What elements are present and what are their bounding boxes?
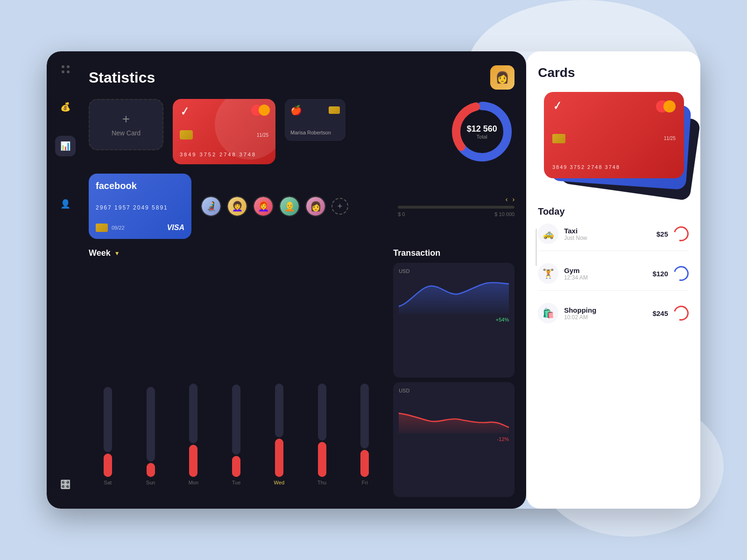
divider	[536, 229, 537, 266]
bar-red-wed	[275, 439, 283, 477]
facebook-credit-card[interactable]: facebook 2967 1957 2049 5891 09/22 VISA	[89, 174, 191, 239]
progress-bar	[398, 206, 514, 209]
right-panel: Cards VISA ✓	[526, 51, 700, 509]
user-avatar-3[interactable]: 👩‍🦰	[253, 196, 274, 217]
nike-logo: ✓	[178, 105, 190, 119]
bar-label-sat: Sat	[104, 480, 112, 485]
user-avatar-2[interactable]: 👩‍🦱	[227, 196, 247, 217]
week-chart-title: Week	[89, 248, 111, 258]
new-card-button[interactable]: + New Card	[89, 99, 163, 150]
add-user-button[interactable]: +	[331, 198, 348, 215]
user-avatar-5[interactable]: 👩	[305, 196, 326, 217]
today-section: Today 🚕 Taxi Just Now $25	[538, 206, 689, 330]
bar-label-fri: Fri	[362, 480, 368, 485]
apple-logo: 🍎	[290, 105, 302, 116]
bar-sun: Sun	[132, 384, 170, 485]
bar-label-thu: Thu	[317, 480, 326, 485]
users-section: 👨‍🦼 👩‍🦱 👩‍🦰 🧑‍🦲 👩	[201, 196, 514, 217]
sidebar: 💰 📊 👤 🎛️	[47, 51, 84, 509]
taxi-icon-wrap: 🚕	[538, 224, 558, 244]
shopping-time: 10:02 AM	[564, 314, 647, 321]
taxi-info: Taxi Just Now	[564, 227, 651, 241]
user-avatar-4[interactable]: 🧑‍🦲	[279, 196, 300, 217]
bar-chart: Sat Sun	[89, 263, 384, 497]
apple-card-owner: Marisa Robertson	[290, 130, 340, 135]
red-card-content: ✓ 11/25 3849 3752 2748 3748	[552, 100, 676, 170]
taxi-icon: 🚕	[543, 228, 554, 239]
transaction-chart-title: Transaction	[393, 248, 440, 258]
shopping-ring-icon	[671, 303, 691, 323]
avatar[interactable]: 👩	[490, 65, 514, 90]
range-amounts: $ 0 $ 10 000	[398, 211, 514, 217]
bar-mon: Mon	[174, 384, 212, 485]
sidebar-icon-stats[interactable]: 📊	[55, 136, 76, 156]
apple-card-chip	[329, 106, 340, 114]
transaction-taxi: 🚕 Taxi Just Now $25	[538, 217, 689, 251]
bar-red-thu	[318, 442, 326, 477]
donut-amount: $12 560	[467, 124, 497, 134]
bar-red-tue	[232, 456, 240, 477]
gym-time: 12:34 AM	[564, 274, 647, 281]
shopping-name: Shopping	[564, 306, 647, 314]
gym-name: Gym	[564, 266, 647, 274]
bar-label-tue: Tue	[232, 480, 241, 485]
fb-bottom: 09/22 VISA	[96, 224, 184, 232]
range-next-icon[interactable]: ›	[513, 196, 515, 203]
transaction-chart-box-2: USD -12%	[393, 382, 514, 497]
today-label: Today	[538, 206, 689, 217]
page-title: Statistics	[89, 69, 155, 86]
bar-gray-fri	[360, 384, 369, 448]
bar-red-mon	[189, 445, 197, 477]
cards-row: + New Card ✓ 11/25	[89, 99, 514, 164]
bar-gray-thu	[318, 384, 326, 441]
stacked-card-red[interactable]: ✓ 11/25 3849 3752 2748 3748	[544, 92, 684, 178]
fb-expiry: 09/22	[112, 225, 125, 231]
user-avatar-1[interactable]: 👨‍🦼	[201, 196, 221, 217]
nike-credit-card[interactable]: ✓ 11/25 3849 3752 2748 3748	[173, 99, 275, 164]
range-prev-icon[interactable]: ‹	[506, 196, 508, 203]
transaction-chart: Transaction USD	[393, 248, 514, 497]
taxi-time: Just Now	[564, 235, 651, 241]
donut-chart: $12 560 Total	[449, 99, 514, 164]
bar-red-fri	[360, 450, 369, 477]
gym-info: Gym 12:34 AM	[564, 266, 647, 281]
red-card-number: 3849 3752 2748 3748	[552, 164, 676, 170]
shopping-info: Shopping 10:02 AM	[564, 306, 647, 321]
chip-icon	[180, 130, 193, 140]
range-end: $ 10 000	[494, 211, 514, 217]
fb-visa-logo: VISA	[167, 224, 184, 232]
sidebar-icon-wallet[interactable]: 💰	[55, 97, 76, 117]
transaction-pct-1: +54%	[399, 317, 509, 322]
taxi-ring-icon	[671, 224, 691, 244]
sidebar-icon-user[interactable]: 👤	[55, 194, 76, 214]
fb-row: facebook 2967 1957 2049 5891 09/22 VISA	[89, 174, 514, 239]
donut-center: $12 560 Total	[467, 124, 497, 140]
fb-chip	[96, 224, 108, 232]
taxi-name: Taxi	[564, 227, 651, 235]
red-card-nike-logo: ✓	[551, 99, 562, 113]
sidebar-icon-settings[interactable]: 🎛️	[55, 474, 76, 495]
range-nav[interactable]: ‹ ›	[506, 196, 514, 203]
apple-card[interactable]: 🍎 Marisa Robertson	[285, 99, 345, 141]
shopping-amount: $245	[653, 309, 668, 317]
bar-gray-wed	[275, 384, 283, 437]
main-content: Statistics 👩 + New Card ✓	[84, 51, 526, 509]
new-card-plus-icon: +	[122, 112, 130, 126]
donut-label: Total	[467, 134, 497, 140]
bar-gray-sat	[104, 387, 112, 452]
bar-label-wed: Wed	[274, 480, 284, 485]
week-filter[interactable]: ▼	[114, 250, 120, 257]
left-panel: 💰 📊 👤 🎛️ Statistics 👩 + New Card	[47, 51, 526, 509]
range-section: ‹ › $ 0 $ 10 000	[398, 196, 514, 217]
menu-dots-icon[interactable]	[62, 65, 70, 73]
card-number: 3849 3752 2748 3748	[180, 152, 268, 157]
bar-gray-mon	[189, 384, 197, 443]
red-card-expiry: 11/25	[664, 136, 676, 141]
week-chart-header: Week ▼	[89, 248, 384, 258]
users-row: 👨‍🦼 👩‍🦱 👩‍🦰 🧑‍🦲 👩	[201, 196, 514, 217]
bar-label-sun: Sun	[146, 480, 155, 485]
bar-sat: Sat	[89, 384, 127, 485]
transaction-shopping: 🛍️ Shopping 10:02 AM $245	[538, 296, 689, 330]
gym-icon: 🏋️	[543, 268, 554, 279]
transaction-list: 🚕 Taxi Just Now $25 🏋️ Gym	[538, 217, 689, 330]
